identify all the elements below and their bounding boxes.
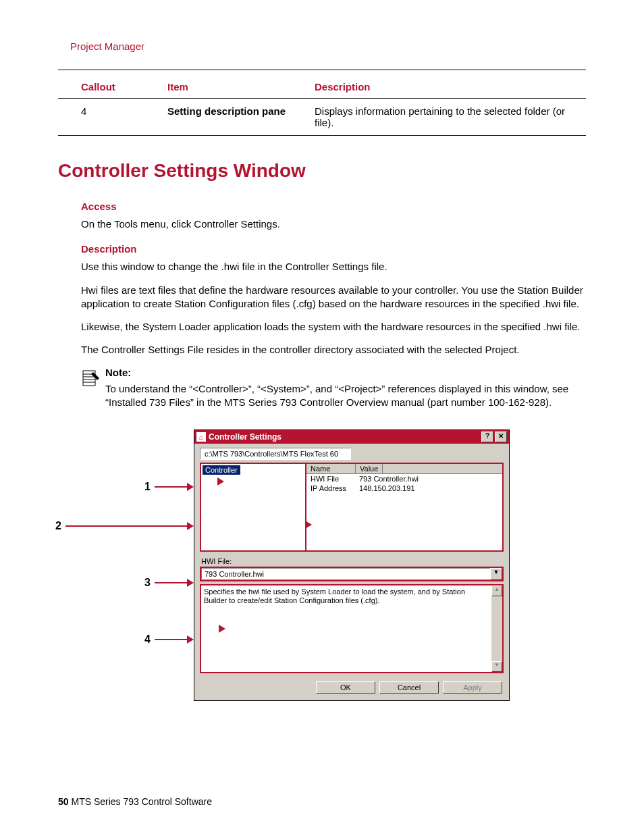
callout-leader	[65, 525, 187, 527]
tree-item-selected[interactable]: Controller	[203, 465, 240, 475]
table-row: 4 Setting description pane Displays info…	[58, 99, 586, 136]
arrow-right-icon	[305, 521, 312, 529]
arrow-right-icon	[219, 625, 225, 633]
callout-table: Callout Item Description 4 Setting descr…	[58, 77, 586, 136]
cancel-button[interactable]: Cancel	[379, 681, 439, 694]
access-text: On the Tools menu, click Controller Sett…	[81, 217, 586, 231]
breadcrumb: Project Manager	[70, 41, 586, 52]
scroll-up-icon[interactable]: ▲	[491, 585, 502, 596]
divider	[58, 70, 586, 70]
cell-item: Setting description pane	[165, 99, 312, 136]
arrow-right-icon	[187, 483, 194, 491]
note-text: To understand the “<Controller>”, “<Syst…	[105, 382, 586, 410]
cell-desc: Displays information pertaining to the s…	[312, 99, 586, 136]
apply-button[interactable]: Apply	[443, 681, 502, 694]
callout-number: 4	[144, 633, 151, 646]
callout-leader	[155, 639, 187, 640]
arrow-right-icon	[187, 635, 194, 644]
arrow-right-icon	[217, 477, 224, 486]
help-button[interactable]: ?	[481, 432, 493, 442]
paragraph: Hwi files are text files that define the…	[81, 284, 586, 311]
prop-value: 793 Controller.hwi	[355, 474, 423, 484]
callout-number: 3	[144, 577, 151, 589]
col-header-item: Item	[165, 77, 312, 99]
window-title: Controller Settings	[209, 432, 281, 442]
access-heading: Access	[81, 201, 586, 212]
prop-value: 148.150.203.191	[355, 484, 419, 493]
controller-settings-window: ⌂ Controller Settings ? ✕ c:\MTS 793\Con…	[194, 429, 510, 701]
chevron-down-icon[interactable]: ▼	[490, 568, 502, 580]
description-text: Specifies the hwi file used by System Lo…	[201, 585, 491, 672]
callout-number: 1	[144, 481, 151, 493]
col-header-name: Name	[306, 464, 356, 473]
callout-leader	[155, 582, 187, 583]
close-button[interactable]: ✕	[495, 432, 507, 442]
paragraph: Likewise, the System Loader application …	[81, 320, 586, 334]
arrow-right-icon	[187, 579, 194, 587]
paragraph: The Controller Settings File resides in …	[81, 343, 586, 357]
properties-panel[interactable]: Name Value HWI File 793 Controller.hwi I…	[306, 463, 504, 552]
app-icon: ⌂	[196, 432, 206, 442]
titlebar: ⌂ Controller Settings ? ✕	[194, 430, 509, 444]
setting-description-pane: Specifies the hwi file used by System Lo…	[200, 584, 504, 673]
prop-name: IP Address	[306, 484, 355, 493]
col-header-callout: Callout	[58, 77, 165, 99]
note-label: Note:	[105, 367, 586, 378]
note-icon	[81, 367, 105, 410]
ok-button[interactable]: OK	[316, 681, 375, 694]
paragraph: Use this window to change the .hwi file …	[81, 260, 586, 273]
property-row[interactable]: HWI File 793 Controller.hwi	[306, 474, 502, 484]
settings-tree[interactable]: Controller	[200, 463, 306, 552]
hwi-file-value: 793 Controller.hwi	[201, 568, 490, 580]
hwi-file-dropdown[interactable]: 793 Controller.hwi ▼	[200, 567, 504, 581]
footer-text: MTS Series 793 Control Software	[69, 796, 212, 807]
cell-callout: 4	[58, 99, 165, 136]
property-row[interactable]: IP Address 148.150.203.191	[306, 484, 502, 493]
controller-path-field: c:\MTS 793\Controllers\MTS FlexTest 60	[200, 448, 351, 460]
prop-name: HWI File	[306, 474, 355, 484]
col-header-value: Value	[356, 464, 383, 473]
hwi-file-label: HWI File:	[194, 552, 509, 567]
callout-leader	[155, 486, 187, 488]
scrollbar[interactable]: ▲ ▼	[491, 585, 502, 672]
section-title: Controller Settings Window	[58, 160, 586, 182]
description-heading: Description	[81, 243, 586, 255]
page-number: 50	[58, 796, 69, 807]
arrow-right-icon	[187, 522, 194, 530]
col-header-description: Description	[312, 77, 586, 99]
page-footer: 50 MTS Series 793 Control Software	[58, 796, 212, 807]
scroll-down-icon[interactable]: ▼	[491, 661, 502, 672]
callout-number: 2	[55, 520, 61, 532]
